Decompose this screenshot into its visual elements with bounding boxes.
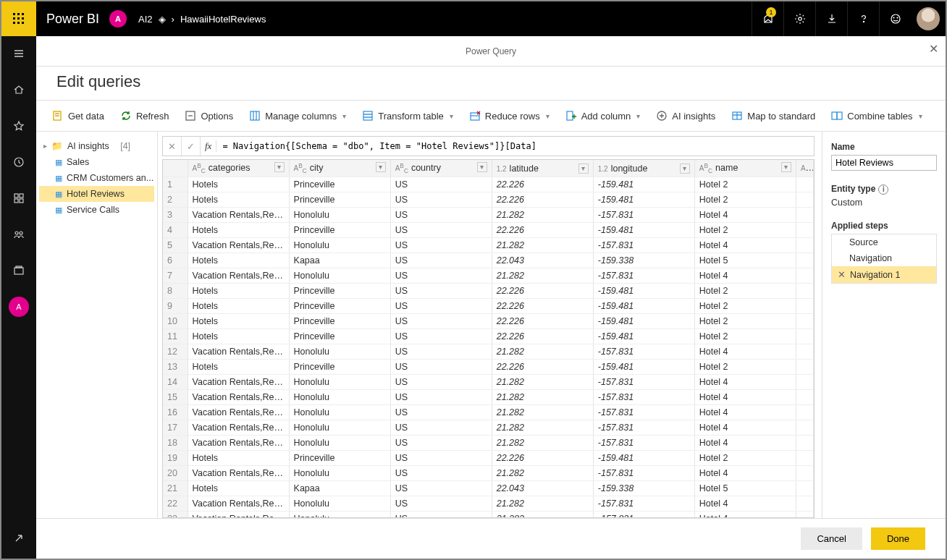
table-row[interactable]: 20Vacation Rentals,Resorts &...HonoluluU… xyxy=(163,466,814,481)
table-icon: ▦ xyxy=(55,190,62,199)
dialog-footer: Cancel Done xyxy=(36,518,946,559)
tree-query-item[interactable]: ▦Service Calls xyxy=(39,202,154,218)
table-row[interactable]: 8HotelsPrincevilleUS22.226-159.481Hotel … xyxy=(163,284,814,299)
shared-icon[interactable] xyxy=(6,221,32,247)
table-row[interactable]: 11HotelsPrincevilleUS22.226-159.481Hotel… xyxy=(163,329,814,344)
table-row[interactable]: 21HotelsKapaaUS22.043-159.338Hotel 5 xyxy=(163,481,814,496)
notification-badge: 1 xyxy=(766,7,776,17)
document-name[interactable]: HawaiiHotelReviews xyxy=(180,14,266,25)
manage-columns-button[interactable]: Manage columns▾ xyxy=(246,107,349,124)
column-dropdown-icon[interactable]: ▾ xyxy=(376,162,386,172)
grid-corner[interactable] xyxy=(163,160,188,177)
column-dropdown-icon[interactable]: ▾ xyxy=(680,164,690,174)
recent-icon[interactable] xyxy=(6,149,32,175)
svg-rect-31 xyxy=(832,112,837,119)
column-header-extra[interactable]: ABC xyxy=(796,160,813,177)
table-row[interactable]: 3Vacation Rentals,Resorts &...HonoluluUS… xyxy=(163,208,814,223)
tree-query-item[interactable]: ▦Sales xyxy=(39,154,154,170)
column-dropdown-icon[interactable]: ▾ xyxy=(274,162,285,172)
column-dropdown-icon[interactable]: ▾ xyxy=(578,164,589,174)
add-column-button[interactable]: Add column▾ xyxy=(563,107,644,124)
cancel-button[interactable]: Cancel xyxy=(801,527,862,550)
data-grid[interactable]: ABCcategories▾ABCcity▾ABCcountry▾1.2lati… xyxy=(162,159,815,518)
settings-icon[interactable] xyxy=(783,1,815,36)
column-dropdown-icon[interactable]: ▾ xyxy=(781,162,791,172)
table-row[interactable]: 10HotelsPrincevilleUS22.226-159.481Hotel… xyxy=(163,314,814,329)
expand-icon[interactable] xyxy=(6,525,32,551)
tree-folder[interactable]: ▸ 📁 AI insights [4] xyxy=(39,137,154,154)
combine-tables-button[interactable]: Combine tables▾ xyxy=(828,107,925,124)
applied-step[interactable]: Navigation xyxy=(832,250,936,266)
map-to-standard-button[interactable]: Map to standard xyxy=(728,107,818,124)
svg-rect-7 xyxy=(17,22,20,24)
column-header[interactable]: ABCname▾ xyxy=(694,160,796,177)
table-row[interactable]: 4HotelsPrincevilleUS22.226-159.481Hotel … xyxy=(163,223,814,238)
feedback-icon[interactable] xyxy=(879,1,911,36)
workspace-badge[interactable]: A xyxy=(109,10,127,27)
favorites-icon[interactable] xyxy=(6,113,32,139)
formula-cancel-icon[interactable]: ✕ xyxy=(163,137,182,156)
table-row[interactable]: 7Vacation Rentals,Resorts &...HonoluluUS… xyxy=(163,268,814,284)
home-icon[interactable] xyxy=(6,77,32,103)
user-avatar[interactable] xyxy=(917,7,940,30)
svg-rect-5 xyxy=(22,17,24,20)
svg-rect-6 xyxy=(13,22,15,24)
entity-type-value: Custom xyxy=(831,198,937,208)
apps-icon[interactable] xyxy=(6,185,32,211)
table-row[interactable]: 19HotelsPrincevilleUS22.226-159.481Hotel… xyxy=(163,451,814,466)
menu-icon[interactable] xyxy=(6,41,32,67)
app-launcher-icon[interactable] xyxy=(1,1,36,36)
get-data-button[interactable]: Get data xyxy=(49,107,107,124)
table-row[interactable]: 17Vacation Rentals,Resorts &...HonoluluU… xyxy=(163,420,814,436)
delete-step-icon[interactable]: ✕ xyxy=(838,270,846,280)
options-button[interactable]: Options xyxy=(182,107,236,124)
applied-step[interactable]: ✕Navigation 1 xyxy=(832,266,936,283)
diamond-icon: ◈ xyxy=(159,14,166,25)
column-header[interactable]: ABCcategories▾ xyxy=(188,160,289,177)
workspace-name[interactable]: AI2 xyxy=(138,14,153,25)
tree-query-item[interactable]: ▦Hotel Reviews xyxy=(39,186,154,202)
column-header[interactable]: 1.2latitude▾ xyxy=(492,160,593,177)
table-row[interactable]: 6HotelsKapaaUS22.043-159.338Hotel 5 xyxy=(163,253,814,268)
close-icon[interactable]: ✕ xyxy=(929,42,938,56)
query-name-input[interactable] xyxy=(831,155,937,171)
table-row[interactable]: 16Vacation Rentals,Resorts &...HonoluluU… xyxy=(163,405,814,420)
refresh-button[interactable]: Refresh xyxy=(117,107,172,124)
help-icon[interactable] xyxy=(847,1,879,36)
current-workspace-avatar[interactable]: A xyxy=(6,294,32,320)
fx-icon[interactable]: fx xyxy=(201,140,216,152)
table-row[interactable]: 2HotelsPrincevilleUS22.226-159.481Hotel … xyxy=(163,192,814,208)
applied-step[interactable]: Source xyxy=(832,234,936,250)
svg-point-12 xyxy=(893,17,894,18)
download-icon[interactable] xyxy=(815,1,847,36)
table-row[interactable]: 1HotelsPrincevilleUS22.226-159.481Hotel … xyxy=(163,177,814,192)
table-row[interactable]: 9HotelsPrincevilleUS22.226-159.481Hotel … xyxy=(163,299,814,314)
ai-insights-button[interactable]: AI insights xyxy=(653,107,718,124)
column-dropdown-icon[interactable]: ▾ xyxy=(477,162,487,172)
page-title: Edit queries xyxy=(36,67,946,100)
workspaces-icon[interactable] xyxy=(6,258,32,284)
table-row[interactable]: 13HotelsPrincevilleUS22.226-159.481Hotel… xyxy=(163,360,814,375)
table-row[interactable]: 14Vacation Rentals,Resorts &...HonoluluU… xyxy=(163,375,814,390)
table-row[interactable]: 5Vacation Rentals,Resorts &...HonoluluUS… xyxy=(163,238,814,253)
done-button[interactable]: Done xyxy=(871,527,925,550)
transform-table-button[interactable]: Transform table▾ xyxy=(359,107,456,124)
table-row[interactable]: 22Vacation Rentals,Resorts &...HonoluluU… xyxy=(163,496,814,512)
info-icon[interactable]: i xyxy=(878,184,888,195)
column-header[interactable]: 1.2longitude▾ xyxy=(593,160,694,177)
table-row[interactable]: 15Vacation Rentals,Resorts &...HonoluluU… xyxy=(163,390,814,405)
table-row[interactable]: 12Vacation Rentals,Resorts &...HonoluluU… xyxy=(163,344,814,360)
data-preview-area: ✕ ✓ fx ABCcategories▾ABCcity▾ABCcountry▾… xyxy=(158,132,822,518)
tree-query-item[interactable]: ▦CRM Customers an... xyxy=(39,170,154,186)
formula-commit-icon[interactable]: ✓ xyxy=(182,137,201,156)
svg-point-19 xyxy=(15,232,18,234)
formula-input[interactable] xyxy=(216,141,814,151)
table-row[interactable]: 23Vacation Rentals,Resorts &...HonoluluU… xyxy=(163,512,814,518)
notifications-icon[interactable]: 1 xyxy=(752,1,783,36)
app-title: Power BI xyxy=(36,12,109,27)
topbar-icons: 1 xyxy=(752,1,946,36)
column-header[interactable]: ABCcountry▾ xyxy=(390,160,492,177)
column-header[interactable]: ABCcity▾ xyxy=(289,160,390,177)
table-row[interactable]: 18Vacation Rentals,Resorts &...HonoluluU… xyxy=(163,436,814,451)
reduce-rows-button[interactable]: Reduce rows▾ xyxy=(466,107,552,124)
